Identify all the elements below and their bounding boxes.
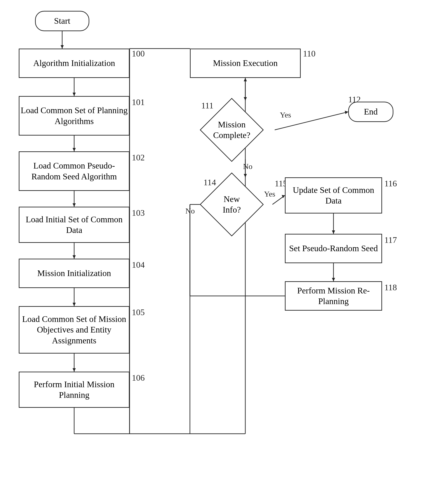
node-118: Perform Mission Re-Planning (285, 281, 382, 311)
node-106: Perform Initial Mission Planning (19, 372, 129, 408)
svg-marker-31 (332, 278, 335, 281)
node-101: Load Common Set of Planning Algorithms (19, 96, 129, 136)
yes-114-label: Yes (264, 190, 275, 198)
node-116: Update Set of Common Data (285, 177, 382, 213)
node-102: Load Common Pseudo-Random Seed Algorithm (19, 151, 129, 191)
num-110: 110 (303, 49, 316, 58)
yes-111-label: Yes (280, 111, 291, 119)
node-117-label: Set Pseudo-Random Seed (289, 243, 378, 254)
node-118-label: Perform Mission Re-Planning (286, 285, 381, 307)
node-116-label: Update Set of Common Data (286, 185, 381, 206)
num-118: 118 (384, 282, 397, 292)
node-103: Load Initial Set of Common Data (19, 207, 129, 243)
num-105: 105 (132, 307, 145, 317)
svg-marker-21 (345, 111, 348, 114)
svg-marker-23 (244, 174, 247, 177)
node-114-wrapper: NewInfo? (190, 177, 274, 232)
node-110: Mission Execution (190, 49, 301, 78)
node-105: Load Common Set of Mission Objectives an… (19, 306, 129, 354)
no-114-label: No (185, 207, 195, 215)
end-label: End (364, 106, 378, 117)
node-105-label: Load Common Set of Mission Objectives an… (19, 314, 129, 346)
start-node: Start (35, 11, 89, 31)
num-101: 101 (132, 97, 145, 107)
node-101-label: Load Common Set of Planning Algorithms (19, 105, 129, 126)
svg-marker-19 (244, 97, 247, 101)
node-104-label: Mission Initialization (37, 268, 111, 279)
node-103-label: Load Initial Set of Common Data (19, 214, 129, 236)
node-100-label: Algorithm Initialization (33, 58, 115, 69)
node-117: Set Pseudo-Random Seed (285, 234, 382, 263)
num-112: 112 (348, 94, 361, 104)
num-106: 106 (132, 373, 145, 383)
no-111-label: No (243, 162, 253, 171)
num-111: 111 (201, 101, 213, 110)
start-label: Start (54, 16, 70, 26)
node-111-label: MissionComplete? (213, 119, 251, 141)
flowchart-diagram: Start Algorithm Initialization 100 Load … (0, 0, 442, 504)
svg-marker-3 (73, 93, 76, 96)
node-102-label: Load Common Pseudo-Random Seed Algorithm (19, 160, 129, 182)
svg-marker-13 (73, 368, 76, 372)
node-114-label: NewInfo? (223, 194, 241, 215)
node-100: Algorithm Initialization (19, 49, 129, 78)
num-103: 103 (132, 208, 145, 218)
num-104: 104 (132, 260, 145, 270)
svg-marker-11 (73, 303, 76, 306)
num-102: 102 (132, 153, 145, 162)
svg-marker-1 (61, 45, 64, 49)
num-100: 100 (132, 49, 145, 58)
node-106-label: Perform Initial Mission Planning (19, 379, 129, 400)
num-114: 114 (203, 177, 216, 187)
node-104: Mission Initialization (19, 259, 129, 288)
num-117: 117 (384, 235, 397, 245)
end-node: End (348, 102, 393, 122)
svg-marker-5 (73, 148, 76, 151)
svg-marker-9 (73, 255, 76, 259)
svg-marker-7 (73, 203, 76, 207)
node-110-label: Mission Execution (213, 58, 278, 69)
svg-marker-29 (332, 230, 335, 234)
num-116: 116 (384, 178, 397, 188)
